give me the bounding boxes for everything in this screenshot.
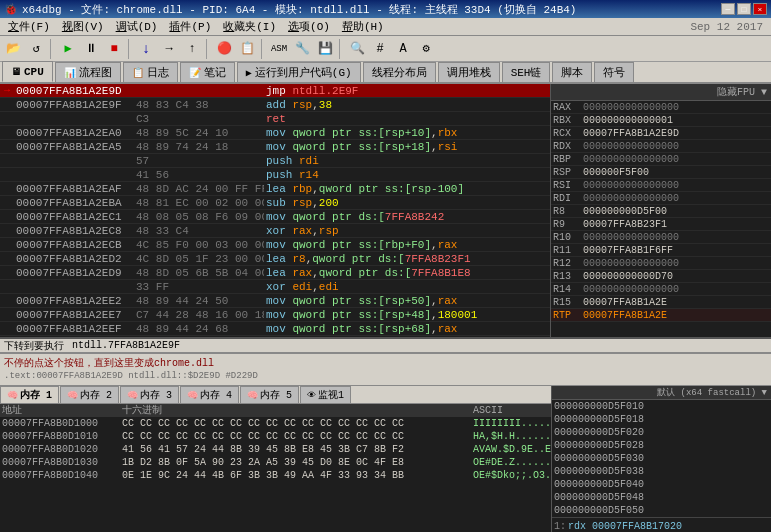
disasm-panel[interactable]: → 00007FFA8B1A2E9D jmp ntdll.2E9F 00007F…	[0, 84, 551, 337]
tb-ref[interactable]: #	[369, 38, 391, 60]
regs-header[interactable]: 隐藏FPU ▼	[551, 84, 771, 101]
call-stack-title: 默认 (x64 fastcall) ▼	[657, 386, 767, 400]
tb-pause[interactable]: ⏸	[80, 38, 102, 60]
menu-options[interactable]: 选项(O)	[282, 18, 336, 35]
reg-rax[interactable]: RAX0000000000000000	[551, 101, 771, 114]
disasm-row[interactable]: 00007FFA8B1A2EEF 48 89 44 24 68 mov qwor…	[0, 322, 550, 336]
stack-row[interactable]: 000000000D5F020	[552, 426, 771, 439]
disasm-row[interactable]: → 00007FFA8B1A2E9D jmp ntdll.2E9F	[0, 84, 550, 98]
tab-call-stack[interactable]: 调用堆栈	[438, 62, 500, 82]
minimize-button[interactable]: ─	[721, 3, 735, 15]
reg-r9[interactable]: R9 00007FFA8B23F1	[551, 218, 771, 231]
mem-row[interactable]: 00007FFA8B0D1010 CC CC CC CC CC CC CC CC…	[0, 430, 551, 443]
mem-row[interactable]: 00007FFA8B0D1030 1B D2 8B 0F 5A 90 23 2A…	[0, 456, 551, 469]
disasm-row[interactable]: 00007FFA8B1A2E9F 48 83 C4 38 add rsp,38	[0, 98, 550, 112]
tab-symbols[interactable]: 符号	[594, 62, 634, 82]
lower-main: 🧠 内存 1 🧠 内存 2 🧠 内存 3 🧠 内存 4	[0, 386, 771, 532]
mem-tab-4[interactable]: 🧠 内存 4	[180, 386, 239, 403]
reg-rdx[interactable]: RDX0000000000000000	[551, 140, 771, 153]
disasm-row[interactable]: 00007FFA8B1A2ED2 4C 8D 05 1F 23 00 00 le…	[0, 252, 550, 266]
tb-settings[interactable]: ⚙	[415, 38, 437, 60]
disasm-row[interactable]: 00007FFA8B1A2EAF 48 8D AC 24 00 FF FF le…	[0, 182, 550, 196]
stack-row[interactable]: 000000000D5F010	[552, 400, 771, 413]
reg-r12[interactable]: R120000000000000000	[551, 257, 771, 270]
tb-step-into[interactable]: ↓	[135, 38, 157, 60]
tb-stop[interactable]: ■	[103, 38, 125, 60]
rip-arrow: →	[0, 84, 14, 97]
mem-row[interactable]: 00007FFA8B0D1020 41 56 41 57 24 44 8B 39…	[0, 443, 551, 456]
mem-tab-2[interactable]: 🧠 内存 2	[60, 386, 119, 403]
mem-row[interactable]: 00007FFA8B0D1000 CC CC CC CC CC CC CC CC…	[0, 417, 551, 430]
reg-rdi[interactable]: RDI0000000000000000	[551, 192, 771, 205]
tb-step-out[interactable]: ↑	[181, 38, 203, 60]
menu-file[interactable]: 文件(F)	[2, 18, 56, 35]
tb-asm[interactable]: ASM	[268, 38, 290, 60]
tab-notes[interactable]: 📝 笔记	[180, 62, 235, 82]
mem-row[interactable]: 00007FFA8B0D1040 0E 1E 9C 24 44 4B 6F 3B…	[0, 469, 551, 482]
stack-row[interactable]: 000000000D5F028	[552, 439, 771, 452]
tb-step-over[interactable]: →	[158, 38, 180, 60]
menu-debug[interactable]: 调试(D)	[110, 18, 164, 35]
menu-favorites[interactable]: 收藏夹(I)	[217, 18, 282, 35]
menu-view[interactable]: 视图(V)	[56, 18, 110, 35]
reg-r15[interactable]: R1500007FFA8B1A2E	[551, 296, 771, 309]
reg-r8[interactable]: R8 000000000D5F00	[551, 205, 771, 218]
log-icon: 📋	[132, 67, 144, 79]
close-button[interactable]: ×	[753, 3, 767, 15]
maximize-button[interactable]: □	[737, 3, 751, 15]
reg-rsp[interactable]: RSP000000F5F00	[551, 166, 771, 179]
stack-row[interactable]: 000000000D5F018	[552, 413, 771, 426]
disasm-row[interactable]: 57 push rdi	[0, 154, 550, 168]
mem-tab-1[interactable]: 🧠 内存 1	[0, 386, 59, 403]
disasm-row[interactable]: 00007FFA8B1A2EC8 48 33 C4 xor rax,rsp	[0, 224, 550, 238]
tb-search[interactable]: 🔍	[346, 38, 368, 60]
mem-tab-5[interactable]: 🧠 内存 5	[240, 386, 299, 403]
tb-restart[interactable]: ↺	[25, 38, 47, 60]
reg-r13[interactable]: R13000000000000D70	[551, 270, 771, 283]
tab-thread-layout[interactable]: 线程分布局	[363, 62, 436, 82]
tb-mem[interactable]: 💾	[314, 38, 336, 60]
stack-row[interactable]: 000000000D5F040	[552, 478, 771, 491]
disasm-row[interactable]: 00007FFA8B1A2EA5 48 89 74 24 18 mov qwor…	[0, 140, 550, 154]
tb-bp[interactable]: 🔴	[213, 38, 235, 60]
reg-rsi[interactable]: RSI0000000000000000	[551, 179, 771, 192]
reg-rcx[interactable]: RCX00007FFA8B1A2E9D	[551, 127, 771, 140]
annotation-text1: 不停的点这个按钮，直到这里变成chrome.dll	[4, 358, 214, 369]
tab-run-user[interactable]: ▶ 运行到用户代码(G)	[237, 62, 361, 82]
menu-help[interactable]: 帮助(H)	[336, 18, 390, 35]
reg-r10[interactable]: R100000000000000000	[551, 231, 771, 244]
tb-run[interactable]: ▶	[57, 38, 79, 60]
disasm-row[interactable]: 33 FF xor edi,edi	[0, 280, 550, 294]
disasm-row[interactable]: 00007FFA8B1A2EE7 C7 44 28 48 16 00 18 mo…	[0, 308, 550, 322]
tab-seh[interactable]: SEH链	[502, 62, 551, 82]
tab-flowgraph[interactable]: 📊 流程图	[55, 62, 121, 82]
reg-r11[interactable]: R1100007FFA8B1F6FF	[551, 244, 771, 257]
disasm-row[interactable]: 41 56 push r14	[0, 168, 550, 182]
tab-cpu[interactable]: 🖥 CPU	[2, 61, 53, 82]
mem-tab-3[interactable]: 🧠 内存 3	[120, 386, 179, 403]
disasm-row[interactable]: 00007FFA8B1A2EA0 48 89 5C 24 10 mov qwor…	[0, 126, 550, 140]
reg-rbx[interactable]: RBX000000000000001	[551, 114, 771, 127]
disasm-row[interactable]: 00007FFA8B1A2ECB 4C 85 F0 00 03 00 00 mo…	[0, 238, 550, 252]
reg-rip[interactable]: RTP00007FFA8B1A2E	[551, 309, 771, 322]
disasm-row[interactable]: 00007FFA8B1A2EBA 48 81 EC 00 02 00 00 su…	[0, 196, 550, 210]
tb-trace[interactable]: A	[392, 38, 414, 60]
tab-log[interactable]: 📋 日志	[123, 62, 178, 82]
tab-script[interactable]: 脚本	[552, 62, 592, 82]
mem-header: 地址 十六进制 ASCII	[0, 404, 551, 417]
disasm-row[interactable]: 00007FFA8B1A2EE2 48 89 44 24 50 mov qwor…	[0, 294, 550, 308]
tb-bp-list[interactable]: 📋	[236, 38, 258, 60]
mem-tab-watch[interactable]: 👁 监视1	[300, 386, 351, 403]
stack-row[interactable]: 000000000D5F048	[552, 491, 771, 504]
reg-rbp[interactable]: RBP0000000000000000	[551, 153, 771, 166]
stack-row[interactable]: 000000000D5F030	[552, 452, 771, 465]
stack-row[interactable]: 000000000D5F038	[552, 465, 771, 478]
disasm-row[interactable]: C3 ret	[0, 112, 550, 126]
disasm-row[interactable]: 00007FFA8B1A2ED9 48 8D 05 6B 5B 04 00 le…	[0, 266, 550, 280]
reg-r14[interactable]: R140000000000000000	[551, 283, 771, 296]
stack-row[interactable]: 000000000D5F050	[552, 504, 771, 517]
tb-open[interactable]: 📂	[2, 38, 24, 60]
menu-plugin[interactable]: 插件(P)	[163, 18, 217, 35]
tb-patch[interactable]: 🔧	[291, 38, 313, 60]
disasm-row[interactable]: 00007FFA8B1A2EC1 48 08 05 08 F6 09 00 mo…	[0, 210, 550, 224]
